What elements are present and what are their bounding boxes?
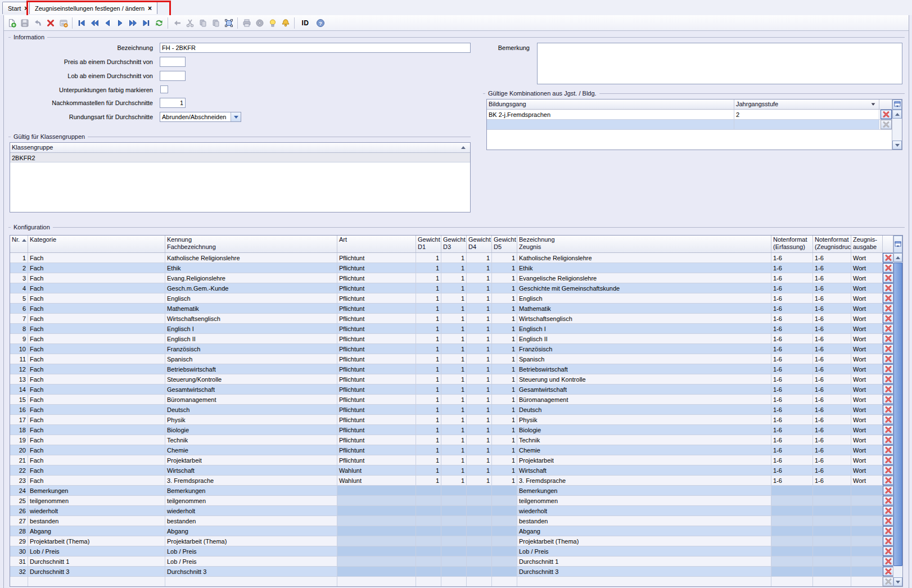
cell-bezeichnung-zeugnis[interactable]: 3. Fremdsprache xyxy=(517,476,771,486)
cell-art[interactable] xyxy=(337,536,416,546)
cell-notenformat-erfassung[interactable]: 1-6 xyxy=(771,273,813,283)
print-icon[interactable] xyxy=(240,16,253,30)
cell-art[interactable] xyxy=(337,546,416,557)
cell-notenformat-erfassung[interactable] xyxy=(771,496,813,506)
cell-gewicht-d5[interactable]: 1 xyxy=(492,334,517,344)
cell-notenformat-zeugnisdruck[interactable]: 1-6 xyxy=(813,445,851,455)
cell-bezeichnung-zeugnis[interactable]: Englisch xyxy=(517,293,771,304)
cell-nr[interactable]: 24 xyxy=(10,486,28,496)
hint-bulb-icon[interactable] xyxy=(266,16,279,30)
cell-nr[interactable]: 20 xyxy=(10,445,28,455)
cell-kategorie[interactable]: Fach xyxy=(28,364,165,374)
cell-zeugnisausgabe[interactable]: Wort xyxy=(851,476,883,486)
cell-notenformat-erfassung[interactable]: 1-6 xyxy=(771,344,813,354)
cell-gewicht-d4[interactable]: 1 xyxy=(467,455,492,465)
cell-gewicht-d5[interactable] xyxy=(492,546,517,557)
cell-art[interactable]: Pflichtunt xyxy=(337,455,416,465)
cell-notenformat-erfassung[interactable]: 1-6 xyxy=(771,354,813,364)
cell-gewicht-d3[interactable]: 1 xyxy=(441,273,467,283)
column-header-gewicht-d3[interactable]: GewichtD3 xyxy=(441,236,467,252)
disc-icon[interactable] xyxy=(253,16,266,30)
cell-bezeichnung-zeugnis[interactable]: teilgenommen xyxy=(517,496,771,506)
cell-gewicht-d1[interactable] xyxy=(416,526,441,536)
tab-close-icon[interactable]: × xyxy=(24,6,28,11)
cell-bezeichnung-zeugnis[interactable]: Chemie xyxy=(517,445,771,455)
cell-gewicht-d1[interactable] xyxy=(416,496,441,506)
cell-gewicht-d5[interactable]: 1 xyxy=(492,354,517,364)
preis-input[interactable] xyxy=(160,57,186,67)
cell-kennung[interactable]: Projektarbeit (Thema) xyxy=(165,536,337,546)
cell-nr[interactable]: 23 xyxy=(10,476,28,486)
cell-notenformat-erfassung[interactable]: 1-6 xyxy=(771,405,813,415)
cell-kennung[interactable]: Mathematik xyxy=(165,304,337,314)
cell-notenformat-erfassung[interactable] xyxy=(771,557,813,567)
cell-zeugnisausgabe[interactable] xyxy=(851,526,883,536)
cell-zeugnisausgabe[interactable]: Wort xyxy=(851,435,883,445)
cell-gewicht-d4[interactable]: 1 xyxy=(467,273,492,283)
cell-gewicht-d3[interactable]: 1 xyxy=(441,425,467,435)
cell-notenformat-erfassung[interactable] xyxy=(771,506,813,516)
cell-gewicht-d1[interactable]: 1 xyxy=(416,304,441,314)
cell-gewicht-d4[interactable]: 1 xyxy=(467,385,492,395)
cell-art[interactable]: Pflichtunt xyxy=(337,273,416,283)
cell-nr[interactable]: 2 xyxy=(10,263,28,273)
cell-gewicht-d4[interactable]: 1 xyxy=(467,374,492,385)
cell-gewicht-d5[interactable] xyxy=(492,516,517,526)
cell-nr[interactable]: 5 xyxy=(10,293,28,304)
column-header-nr[interactable]: Nr. xyxy=(10,236,28,252)
cell-nr[interactable]: 15 xyxy=(10,395,28,405)
cell-gewicht-d3[interactable]: 1 xyxy=(441,304,467,314)
delete-row-button[interactable] xyxy=(883,324,894,333)
cell-gewicht-d1[interactable]: 1 xyxy=(416,476,441,486)
cell-art[interactable]: Wahlunt xyxy=(337,465,416,476)
cell-art[interactable] xyxy=(337,526,416,536)
cell-art[interactable]: Pflichtunt xyxy=(337,364,416,374)
cell-notenformat-zeugnisdruck[interactable] xyxy=(813,557,851,567)
cell-gewicht-d1[interactable]: 1 xyxy=(416,253,441,263)
cell-kennung[interactable]: Englisch xyxy=(165,293,337,304)
cell-kennung[interactable]: Physik xyxy=(165,415,337,425)
cell-kennung[interactable]: Betriebswirtschaft xyxy=(165,364,337,374)
bezeichnung-input[interactable] xyxy=(160,43,471,53)
cell-zeugnisausgabe[interactable]: Wort xyxy=(851,334,883,344)
cell-gewicht-d5[interactable]: 1 xyxy=(492,455,517,465)
column-header-notenformat-erfassung[interactable]: Notenformat(Erfassung) xyxy=(771,236,813,252)
cell-gewicht-d1[interactable] xyxy=(416,546,441,557)
select-region-icon[interactable] xyxy=(222,16,235,30)
rundungsart-select[interactable]: Abrunden/Abschneiden xyxy=(160,112,241,122)
cell-gewicht-d5[interactable] xyxy=(492,557,517,567)
cell-kennung[interactable]: 3. Fremdsprache xyxy=(165,476,337,486)
cell-gewicht-d1[interactable]: 1 xyxy=(416,293,441,304)
cell-notenformat-erfassung[interactable]: 1-6 xyxy=(771,324,813,334)
column-header-kategorie[interactable]: Kategorie xyxy=(28,236,165,252)
cell-art[interactable]: Pflichtunt xyxy=(337,435,416,445)
cell-gewicht-d3[interactable]: 1 xyxy=(441,476,467,486)
cell-kategorie[interactable]: Fach xyxy=(28,476,165,486)
cell-bezeichnung-zeugnis[interactable]: Französisch xyxy=(517,344,771,354)
cell-bezeichnung-zeugnis[interactable]: bestanden xyxy=(517,516,771,526)
kombinationen-scrollbar[interactable] xyxy=(892,99,902,150)
delete-row-button[interactable] xyxy=(883,344,894,354)
cell-jahrgangsstufe[interactable]: 2 xyxy=(734,110,879,120)
cell-gewicht-d1[interactable] xyxy=(416,506,441,516)
cell-art[interactable]: Pflichtunt xyxy=(337,314,416,324)
cell-notenformat-zeugnisdruck[interactable] xyxy=(813,567,851,577)
cell-kategorie[interactable]: Fach xyxy=(28,415,165,425)
cell-kennung[interactable]: Lob / Preis xyxy=(165,557,337,567)
cell-gewicht-d5[interactable]: 1 xyxy=(492,364,517,374)
delete-row-button[interactable] xyxy=(883,465,894,475)
cell-zeugnisausgabe[interactable]: Wort xyxy=(851,344,883,354)
cell-gewicht-d4[interactable]: 1 xyxy=(467,253,492,263)
cell-gewicht-d4[interactable]: 1 xyxy=(467,314,492,324)
delete-row-button[interactable] xyxy=(883,445,894,455)
delete-row-button[interactable] xyxy=(881,120,892,129)
delete-row-button[interactable] xyxy=(883,354,894,364)
help-icon[interactable]: ? xyxy=(314,16,327,30)
cell-kategorie[interactable] xyxy=(28,577,165,587)
cell-kategorie[interactable]: Durchschnitt 3 xyxy=(28,567,165,577)
cell-notenformat-zeugnisdruck[interactable] xyxy=(813,506,851,516)
cell-art[interactable] xyxy=(337,506,416,516)
cell-zeugnisausgabe[interactable]: Wort xyxy=(851,273,883,283)
cell-gewicht-d4[interactable] xyxy=(467,567,492,577)
cell-kategorie[interactable]: Fach xyxy=(28,263,165,273)
